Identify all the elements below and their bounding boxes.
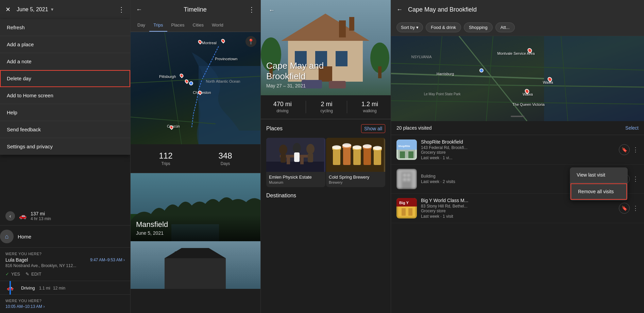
panel1-date-title: June 5, 2021 (17, 6, 48, 13)
places-count-row: 20 places visited Select (391, 121, 644, 135)
shoprite-more-button[interactable]: ⋮ (632, 146, 639, 153)
panel1-more-button[interactable]: ⋮ (118, 5, 125, 14)
days-label: Days (218, 161, 232, 166)
visit1-actions: ✓ YES ✎ EDIT (5, 271, 125, 277)
panel2-back-button[interactable]: ← (136, 6, 142, 13)
map4-label-harrisburg: Harrisburg (437, 72, 454, 76)
pin-current (189, 81, 193, 85)
hero-overlay: Cape May and Brookfield May 27 – 31, 202… (261, 54, 391, 95)
home-label: Home (18, 234, 31, 240)
shoprite-bookmark-button[interactable]: 🔖 (619, 144, 630, 155)
building-thumb-bg (396, 169, 417, 189)
menu-item-help[interactable]: Help (0, 104, 130, 121)
menu-item-add-home[interactable]: Add to Home screen (0, 87, 130, 104)
panel2-tabs: Day Trips Places Cities World (131, 19, 260, 32)
bigy-details: Big Y World Class M... 83 Stony Hill Rd,… (421, 198, 619, 219)
svg-text:Big Y: Big Y (399, 201, 409, 205)
trip-card-cape-may-preview[interactable] (131, 241, 260, 289)
bigy-address: 83 Stony Hill Rd, Bethel... (421, 204, 619, 209)
filter-attractions[interactable]: Att... (495, 22, 515, 32)
menu-item-refresh[interactable]: Refresh (0, 19, 130, 36)
map4-label-queen-victoria: The Queen Victoria (512, 102, 545, 106)
bigy-thumb: Big Y (396, 198, 417, 218)
filter-shopping[interactable]: Shopping (464, 22, 493, 32)
home-section: ⌂ Home (0, 226, 130, 248)
sort-by-button[interactable]: Sort by ▾ (396, 22, 423, 32)
panel2-title: Timeline (142, 6, 248, 13)
context-menu-item-view-last[interactable]: View last visit (570, 167, 628, 183)
place-card-brewery[interactable]: Cold Spring Brewery Brewery (326, 138, 385, 187)
visit-card-1: WERE YOU HERE? Lula Bagel 9:47 AM–9:53 A… (0, 248, 130, 281)
svg-rect-77 (408, 151, 413, 158)
metric-divider2 (347, 101, 347, 113)
place-card-emlen[interactable]: Emlen Physick Estate Museum (266, 138, 325, 187)
context-menu-item-remove-visits[interactable]: Remove all visits (571, 183, 627, 200)
map-label-montreal: Montreal (202, 41, 217, 45)
tab-day-p2[interactable]: Day (133, 19, 149, 32)
panel2-more-button[interactable]: ⋮ (248, 5, 255, 14)
trips-label: Trips (159, 161, 172, 166)
menu-item-add-note[interactable]: Add a note (0, 53, 130, 70)
close-button[interactable]: ✕ (5, 6, 11, 13)
tab-trips-p2[interactable]: Trips (149, 19, 167, 32)
date-dropdown-arrow-icon[interactable]: ▼ (50, 7, 54, 12)
panel-places-list: ← Cape May and Brookfield Sort by ▾ Food… (391, 0, 644, 313)
svg-rect-84 (407, 178, 410, 181)
panel4-back-button[interactable]: ← (396, 6, 403, 13)
svg-rect-76 (400, 151, 405, 158)
trip-card-mansfield[interactable]: Mansfield June 5, 2021 (131, 173, 260, 241)
panel4-map: Montvale Service Area Harrisburg NSYLVAN… (391, 36, 644, 121)
walking-metric-value: 1.2 mi (361, 101, 378, 108)
tab-places-p2[interactable]: Places (167, 19, 189, 32)
distance-row: ‹ 🚗 137 mi 4 hr 13 min (0, 207, 130, 226)
shoprite-address: 143 Federal Rd, Brookfi... (421, 145, 619, 150)
tab-cities-p2[interactable]: Cities (189, 19, 208, 32)
svg-point-41 (279, 145, 287, 155)
filter-food-drink[interactable]: Food & drink (426, 22, 461, 32)
places-section-header: Places Show all (261, 119, 391, 138)
sort-by-label: Sort by (401, 25, 415, 30)
visit-card-2: WERE YOU HERE? 10:05 AM–10:13 AM › (0, 295, 130, 313)
yes-button[interactable]: ✓ YES (5, 271, 20, 277)
bigy-visits: Last week · 1 visit (421, 214, 619, 219)
walking-metric-label: walking (361, 109, 378, 113)
select-button[interactable]: Select (625, 125, 639, 131)
building-more-button[interactable]: ⋮ (632, 175, 639, 183)
nav-back-button[interactable]: ‹ (5, 211, 15, 221)
map-label-atlantic: North Atlantic Ocean (206, 79, 240, 83)
bigy-bookmark-button[interactable]: 🔖 (619, 203, 630, 214)
emlen-type: Museum (269, 180, 323, 184)
hero-title: Cape May and Brookfield (266, 61, 385, 82)
location-pin-button[interactable]: 📍 (245, 36, 256, 47)
menu-item-feedback[interactable]: Send feedback (0, 121, 130, 138)
visit1-address: 816 Nostrand Ave., Brooklyn, NY 112... (5, 263, 125, 268)
driving-duration: 12 min (53, 286, 65, 291)
driving-segment: 🚗 Driving 1.1 mi 12 min (0, 281, 130, 295)
menu-item-add-place[interactable]: Add a place (0, 36, 130, 53)
shoprite-type: Grocery store (421, 150, 619, 155)
svg-text:ShopRite: ShopRite (398, 145, 410, 148)
svg-rect-39 (287, 158, 290, 164)
distance-value: 137 mi (31, 211, 51, 216)
panel-day-view: ✕ June 5, 2021 ▼ ⋮ Day Trips Pla... Tren… (0, 0, 130, 313)
menu-item-settings[interactable]: Settings and privacy (0, 138, 130, 155)
map-label-provincetown: Provincetown (215, 57, 237, 61)
svg-rect-37 (266, 162, 324, 172)
cape-may-preview-image (131, 241, 260, 289)
svg-rect-52 (353, 148, 361, 165)
bigy-actions: 🔖 ⋮ (619, 203, 639, 214)
panel3-back-button[interactable]: ← (266, 5, 277, 16)
panel4-toolbar: Sort by ▾ Food & drink Shopping Att... (391, 19, 644, 36)
tab-world-p2[interactable]: World (208, 19, 227, 32)
edit-button[interactable]: ✎ EDIT (26, 271, 41, 277)
svg-rect-40 (300, 158, 304, 164)
map-label-pittsburgh: Pittsburgh (159, 75, 176, 79)
menu-item-delete-day[interactable]: Delete day (0, 70, 130, 87)
svg-rect-82 (407, 174, 410, 177)
bigy-more-button[interactable]: ⋮ (632, 204, 639, 212)
visit1-name: Lula Bagel (5, 257, 28, 263)
duration-value: 4 hr 13 min (31, 216, 51, 221)
shoprite-details: ShopRite Brookfield 143 Federal Rd, Broo… (421, 139, 619, 160)
places-count-label: 20 places visited (396, 125, 432, 131)
show-all-button[interactable]: Show all (361, 124, 385, 133)
